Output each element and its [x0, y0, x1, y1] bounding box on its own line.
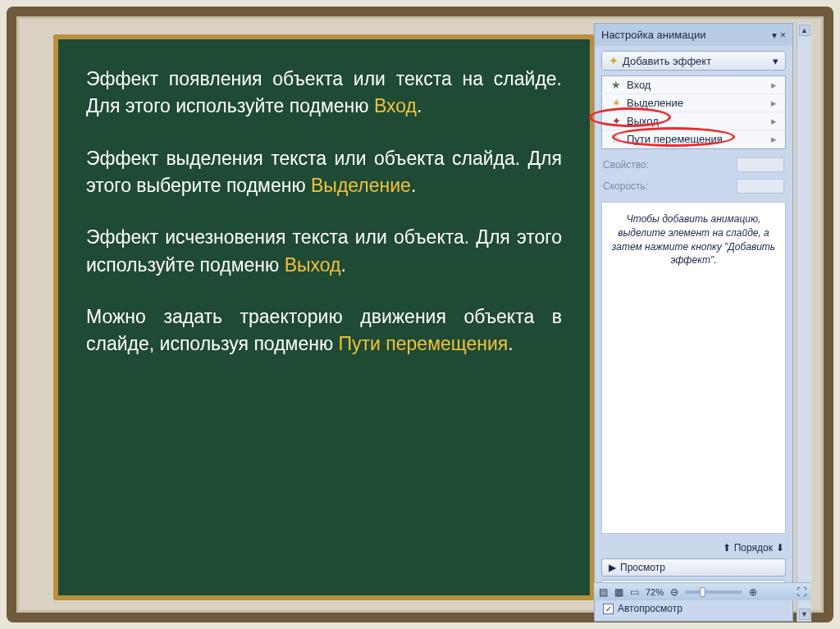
submenu-label: Выход	[627, 115, 659, 127]
scroll-up-icon[interactable]: ▲	[799, 25, 810, 36]
autopreview-row[interactable]: ✓ Автопросмотр	[595, 599, 792, 621]
view-sorter-icon[interactable]: ▦	[614, 586, 623, 598]
autopreview-label: Автопросмотр	[618, 603, 682, 614]
property-dropdown[interactable]	[737, 157, 784, 172]
submenu-emphasis[interactable]: ✴ Выделение ▸	[602, 94, 785, 112]
effect-submenu: ★ Вход ▸ ✴ Выделение ▸ ✦ Выход ▸ ☆	[601, 75, 786, 149]
paragraph-2: Эффект выделения текста или объекта слай…	[86, 145, 562, 200]
zoom-in-icon[interactable]: ⊕	[749, 586, 757, 598]
text: .	[417, 95, 422, 116]
slide-frame: Эффект появления объекта или текста на с…	[7, 7, 833, 622]
view-slideshow-icon[interactable]: ▭	[630, 586, 639, 598]
add-effect-label: Добавить эффект	[623, 55, 711, 67]
view-normal-icon[interactable]: ▤	[599, 586, 608, 598]
submenu-exit[interactable]: ✦ Выход ▸	[602, 112, 785, 130]
paragraph-3: Эффект исчезновения текста или объекта. …	[86, 224, 562, 279]
zoom-out-icon[interactable]: ⊖	[670, 586, 678, 598]
speed-dropdown[interactable]	[737, 179, 784, 194]
pane-controls: ▾ ×	[772, 29, 786, 41]
arrow-up-icon[interactable]: ⬆	[723, 542, 731, 554]
animation-task-pane: Настройка анимации ▾ × ✦ Добавить эффект…	[594, 23, 811, 622]
reorder-row: ⬆ Порядок ⬇	[595, 539, 792, 557]
submenu-arrow-icon: ▸	[771, 133, 777, 145]
highlight-exit: Выход	[285, 254, 341, 276]
text: Эффект появления объекта или текста на с…	[86, 68, 562, 116]
text: .	[508, 333, 513, 354]
zoom-slider[interactable]	[685, 590, 742, 594]
submenu-label: Вход	[627, 79, 651, 91]
arrow-down-icon[interactable]: ⬇	[776, 542, 784, 554]
chalkboard: Эффект появления объекта или текста на с…	[53, 34, 595, 600]
emphasis-icon: ✴	[610, 97, 622, 109]
preview-label: Просмотр	[620, 562, 665, 573]
submenu-label: Пути перемещения	[627, 133, 723, 145]
status-bar: ▤ ▦ ▭ 72% ⊖ ⊕ ⛶	[594, 582, 811, 600]
chevron-down-icon[interactable]: ▾	[772, 30, 777, 41]
chevron-down-icon: ▾	[773, 55, 778, 67]
scrollbar[interactable]: ▲ ▼	[797, 23, 811, 622]
checkbox-icon[interactable]: ✓	[603, 604, 614, 614]
scroll-down-icon[interactable]: ▼	[799, 608, 810, 620]
submenu-motion-paths[interactable]: ☆ Пути перемещения ▸	[602, 130, 785, 148]
submenu-label: Выделение	[627, 97, 683, 109]
submenu-entrance[interactable]: ★ Вход ▸	[602, 76, 785, 94]
play-icon: ▶	[609, 562, 616, 573]
property-row: Свойство:	[595, 154, 792, 175]
reorder-arrows: ⬆ Порядок ⬇	[723, 542, 784, 554]
pane-title: Настройка анимации	[601, 29, 705, 41]
property-label: Свойство:	[603, 159, 649, 171]
text: .	[341, 254, 346, 276]
speed-label: Скорость:	[603, 180, 648, 192]
zoom-value: 72%	[646, 587, 664, 597]
add-effect-button[interactable]: ✦ Добавить эффект ▾	[601, 51, 786, 71]
entrance-icon: ★	[610, 79, 622, 91]
text: .	[411, 175, 416, 196]
speed-row: Скорость:	[595, 175, 792, 197]
submenu-arrow-icon: ▸	[771, 79, 777, 91]
exit-icon: ✦	[610, 115, 622, 127]
fit-icon[interactable]: ⛶	[797, 586, 806, 598]
star-icon: ✦	[609, 54, 619, 67]
motion-path-icon: ☆	[610, 133, 622, 145]
paragraph-1: Эффект появления объекта или текста на с…	[86, 66, 562, 121]
submenu-arrow-icon: ▸	[771, 97, 777, 109]
preview-button[interactable]: ▶ Просмотр	[601, 558, 786, 577]
close-icon[interactable]: ×	[780, 30, 786, 41]
submenu-arrow-icon: ▸	[771, 115, 777, 127]
zoom-thumb[interactable]	[700, 587, 705, 597]
order-label: Порядок	[734, 542, 773, 554]
highlight-emphasis: Выделение	[311, 175, 411, 196]
pane-title-bar: Настройка анимации ▾ ×	[595, 24, 792, 46]
pane-body: Настройка анимации ▾ × ✦ Добавить эффект…	[594, 23, 793, 622]
hint-text: Чтобы добавить анимацию, выделите элемен…	[601, 202, 786, 534]
highlight-entrance: Вход	[374, 95, 417, 116]
highlight-motion: Пути перемещения	[339, 333, 509, 354]
paragraph-4: Можно задать траекторию движения объекта…	[86, 303, 562, 358]
